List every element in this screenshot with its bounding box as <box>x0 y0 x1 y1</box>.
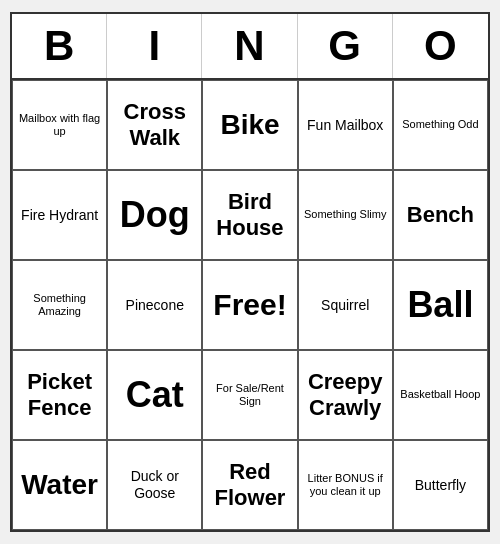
cell-text-10: Something Amazing <box>17 292 102 318</box>
cell-text-9: Bench <box>407 202 474 228</box>
cell-text-3: Fun Mailbox <box>307 117 383 134</box>
bingo-cell-20[interactable]: Water <box>12 440 107 530</box>
bingo-cell-7[interactable]: Bird House <box>202 170 297 260</box>
bingo-cell-11[interactable]: Pinecone <box>107 260 202 350</box>
bingo-header: BINGO <box>12 14 488 80</box>
bingo-cell-4[interactable]: Something Odd <box>393 80 488 170</box>
bingo-letter-n: N <box>202 14 297 78</box>
cell-text-0: Mailbox with flag up <box>17 112 102 138</box>
cell-text-5: Fire Hydrant <box>21 207 98 224</box>
cell-text-15: Picket Fence <box>17 369 102 422</box>
bingo-card: BINGO Mailbox with flag upCross WalkBike… <box>10 12 490 532</box>
cell-text-6: Dog <box>120 193 190 236</box>
bingo-cell-13[interactable]: Squirrel <box>298 260 393 350</box>
cell-text-7: Bird House <box>207 189 292 242</box>
bingo-letter-o: O <box>393 14 488 78</box>
bingo-cell-1[interactable]: Cross Walk <box>107 80 202 170</box>
bingo-cell-6[interactable]: Dog <box>107 170 202 260</box>
cell-text-16: Cat <box>126 373 184 416</box>
cell-text-1: Cross Walk <box>112 99 197 152</box>
cell-text-18: Creepy Crawly <box>303 369 388 422</box>
cell-text-20: Water <box>21 468 98 502</box>
bingo-cell-5[interactable]: Fire Hydrant <box>12 170 107 260</box>
bingo-letter-i: I <box>107 14 202 78</box>
bingo-cell-10[interactable]: Something Amazing <box>12 260 107 350</box>
bingo-cell-3[interactable]: Fun Mailbox <box>298 80 393 170</box>
bingo-cell-14[interactable]: Ball <box>393 260 488 350</box>
cell-text-12: Free! <box>213 288 286 322</box>
cell-text-13: Squirrel <box>321 297 369 314</box>
cell-text-21: Duck or Goose <box>112 468 197 502</box>
cell-text-23: Litter BONUS if you clean it up <box>303 472 388 498</box>
cell-text-19: Basketball Hoop <box>400 388 480 401</box>
bingo-cell-2[interactable]: Bike <box>202 80 297 170</box>
bingo-cell-16[interactable]: Cat <box>107 350 202 440</box>
bingo-letter-b: B <box>12 14 107 78</box>
bingo-cell-24[interactable]: Butterfly <box>393 440 488 530</box>
cell-text-14: Ball <box>407 283 473 326</box>
bingo-cell-8[interactable]: Something Slimy <box>298 170 393 260</box>
bingo-cell-15[interactable]: Picket Fence <box>12 350 107 440</box>
cell-text-17: For Sale/Rent Sign <box>207 382 292 408</box>
bingo-cell-12[interactable]: Free! <box>202 260 297 350</box>
bingo-cell-22[interactable]: Red Flower <box>202 440 297 530</box>
bingo-cell-9[interactable]: Bench <box>393 170 488 260</box>
bingo-grid: Mailbox with flag upCross WalkBikeFun Ma… <box>12 80 488 530</box>
bingo-letter-g: G <box>298 14 393 78</box>
cell-text-22: Red Flower <box>207 459 292 512</box>
cell-text-4: Something Odd <box>402 118 478 131</box>
bingo-cell-17[interactable]: For Sale/Rent Sign <box>202 350 297 440</box>
bingo-cell-18[interactable]: Creepy Crawly <box>298 350 393 440</box>
cell-text-11: Pinecone <box>126 297 184 314</box>
cell-text-8: Something Slimy <box>304 208 387 221</box>
cell-text-24: Butterfly <box>415 477 466 494</box>
bingo-cell-0[interactable]: Mailbox with flag up <box>12 80 107 170</box>
bingo-cell-19[interactable]: Basketball Hoop <box>393 350 488 440</box>
bingo-cell-21[interactable]: Duck or Goose <box>107 440 202 530</box>
cell-text-2: Bike <box>220 108 279 142</box>
bingo-cell-23[interactable]: Litter BONUS if you clean it up <box>298 440 393 530</box>
